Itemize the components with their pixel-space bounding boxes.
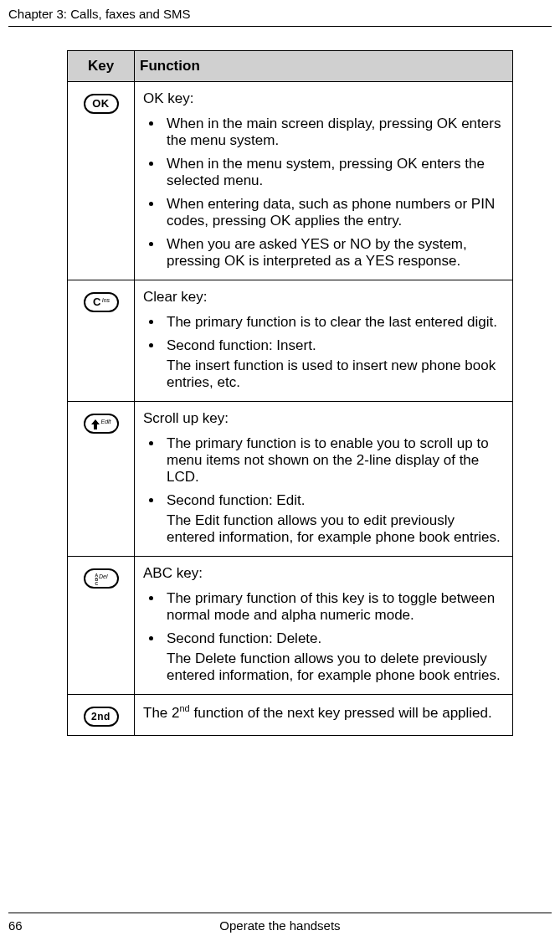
list-text: The primary function is to clear the las…: [167, 314, 497, 330]
abc-vertical-label: ABC: [95, 573, 98, 586]
table-row: 2nd The 2nd function of the next key pre…: [68, 695, 513, 736]
chapter-title: Chapter 3: Calls, faxes and SMS: [8, 7, 191, 21]
list-text: Second function: Insert.: [167, 337, 316, 353]
svg-marker-0: [91, 419, 100, 429]
key-label: C: [93, 296, 101, 308]
key-label: OK: [92, 97, 110, 110]
table-row: Edit Scroll up key: The primary function…: [68, 402, 513, 557]
col-header-key: Key: [68, 51, 135, 82]
ok-key-icon: OK: [84, 94, 119, 114]
text-segment: function of the next key pressed will be…: [190, 705, 492, 721]
list-item: When in the main screen display, pressin…: [163, 116, 504, 149]
function-list: The primary function is to clear the las…: [143, 314, 504, 391]
function-plain-text: The 2nd function of the next key pressed…: [143, 703, 504, 722]
list-item: Second function: Edit. The Edit function…: [163, 492, 504, 546]
function-title: Scroll up key:: [143, 410, 504, 427]
list-item: When you are asked YES or NO by the syst…: [163, 236, 504, 270]
list-item: The primary function is to clear the las…: [163, 314, 504, 331]
clear-key-icon: CIns: [84, 292, 119, 312]
list-text: Second function: Edit.: [167, 492, 305, 508]
list-text: When in the menu system, pressing OK ent…: [167, 156, 485, 188]
function-cell: The 2nd function of the next key pressed…: [135, 695, 513, 736]
function-title: OK key:: [143, 90, 504, 107]
list-text: When entering data, such as phone number…: [167, 196, 495, 229]
ordinal-suffix: nd: [179, 703, 189, 713]
key-cell-2nd: 2nd: [68, 695, 135, 736]
key-cell-clear: CIns: [68, 280, 135, 402]
table-row: CIns Clear key: The primary function is …: [68, 280, 513, 402]
function-cell: OK key: When in the main screen display,…: [135, 82, 513, 280]
second-function-key-icon: 2nd: [84, 707, 119, 727]
list-text: Second function: Delete.: [167, 630, 321, 646]
list-item: The primary function is to enable you to…: [163, 435, 504, 486]
function-cell: Scroll up key: The primary function is t…: [135, 402, 513, 557]
list-item: When entering data, such as phone number…: [163, 196, 504, 229]
function-cell: Clear key: The primary function is to cl…: [135, 280, 513, 402]
sub-note: The Edit function allows you to edit pre…: [167, 512, 504, 546]
key-function-table: Key Function OK OK key: When in the main…: [67, 50, 513, 736]
list-text: The primary function is to enable you to…: [167, 435, 489, 485]
footer-title: Operate the handsets: [67, 918, 552, 933]
sub-note: The insert function is used to insert ne…: [167, 357, 504, 391]
page-number: 66: [8, 918, 67, 933]
arrow-up-icon: [91, 419, 100, 429]
list-item: Second function: Insert. The insert func…: [163, 337, 504, 391]
function-title: ABC key:: [143, 565, 504, 582]
function-list: When in the main screen display, pressin…: [143, 116, 504, 270]
table-row: ABCDel ABC key: The primary function of …: [68, 557, 513, 695]
list-item: The primary function of this key is to t…: [163, 590, 504, 624]
footer-rule: [8, 913, 552, 913]
key-sup-label: Edit: [100, 419, 110, 424]
text-segment: The 2: [143, 705, 179, 721]
page-content: Key Function OK OK key: When in the main…: [0, 27, 560, 736]
col-header-function: Function: [135, 51, 513, 82]
list-item: Second function: Delete. The Delete func…: [163, 630, 504, 684]
page-footer: 66 Operate the handsets: [0, 913, 560, 933]
abc-key-icon: ABCDel: [84, 568, 119, 589]
list-text: The primary function of this key is to t…: [167, 590, 495, 623]
sub-note: The Delete function allows you to delete…: [167, 650, 504, 684]
function-list: The primary function of this key is to t…: [143, 590, 504, 684]
function-list: The primary function is to enable you to…: [143, 435, 504, 546]
list-item: When in the menu system, pressing OK ent…: [163, 156, 504, 189]
key-sup-label: Ins: [102, 297, 110, 303]
key-label: 2nd: [91, 711, 110, 722]
key-sup-label: Del: [99, 573, 108, 579]
table-row: OK OK key: When in the main screen displ…: [68, 82, 513, 280]
key-cell-abc: ABCDel: [68, 557, 135, 695]
key-cell-ok: OK: [68, 82, 135, 280]
list-text: When in the main screen display, pressin…: [167, 116, 501, 148]
key-cell-scroll-up: Edit: [68, 402, 135, 557]
function-title: Clear key:: [143, 289, 504, 306]
footer-row: 66 Operate the handsets: [8, 918, 552, 933]
list-text: When you are asked YES or NO by the syst…: [167, 236, 467, 269]
page-header: Chapter 3: Calls, faxes and SMS: [0, 0, 560, 24]
scroll-up-key-icon: Edit: [84, 414, 119, 434]
function-cell: ABC key: The primary function of this ke…: [135, 557, 513, 695]
table-header-row: Key Function: [68, 51, 513, 82]
